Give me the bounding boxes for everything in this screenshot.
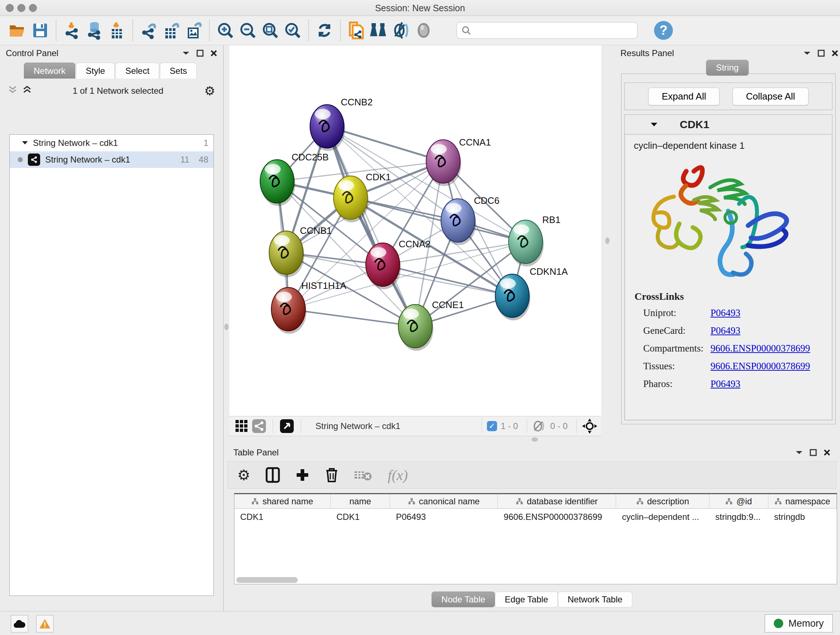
show-columns-button[interactable] (265, 467, 280, 483)
cell-namespace[interactable]: stringdb (768, 512, 837, 522)
zoom-in-button[interactable] (214, 19, 237, 42)
tab-node-table[interactable]: Node Table (431, 592, 495, 608)
results-panel-float-button[interactable] (818, 50, 825, 57)
birds-eye-view-button[interactable] (278, 417, 295, 435)
search-box[interactable] (456, 22, 638, 39)
cell--id[interactable]: stringdb:9... (709, 512, 768, 522)
expand-all-networks-button[interactable] (22, 85, 32, 97)
node-CCNA1[interactable]: CCNA1 (426, 137, 491, 186)
horizontal-splitter-handle[interactable] (531, 437, 538, 442)
control-panel-menu-button[interactable] (182, 51, 190, 56)
import-table-file-button[interactable] (106, 19, 128, 42)
warnings-button[interactable] (36, 615, 54, 632)
node-CCNB2[interactable]: CCNB2 (310, 97, 373, 151)
edge-HIST1H1A-CCNE1[interactable] (288, 309, 415, 326)
node-table[interactable]: shared namenamecanonical namedatabase id… (234, 493, 837, 584)
cell-description[interactable]: cyclin–dependent ... (616, 512, 709, 522)
crosslink-link[interactable]: P06493 (711, 378, 741, 390)
collapse-all-button[interactable]: Collapse All (733, 88, 808, 105)
node-HIST1H1A[interactable]: HIST1H1A (271, 280, 347, 334)
column-header--id[interactable]: @id (709, 494, 768, 508)
tab-style[interactable]: Style (76, 63, 115, 79)
import-network-database-button[interactable] (83, 19, 106, 42)
tab-network-table[interactable]: Network Table (558, 592, 632, 608)
cell-canonical-name[interactable]: P06493 (390, 512, 498, 522)
column-header-shared-name[interactable]: shared name (234, 494, 331, 508)
search-input[interactable] (471, 25, 627, 35)
left-splitter-handle[interactable] (224, 324, 229, 330)
export-table-button[interactable] (160, 19, 182, 42)
right-splitter-handle[interactable] (605, 238, 609, 244)
node-CCNA2[interactable]: CCNA2 (366, 239, 431, 289)
column-header-description[interactable]: description (616, 494, 709, 508)
add-column-button[interactable] (295, 468, 309, 482)
scrollbar-thumb[interactable] (236, 577, 298, 583)
crosslink-link[interactable]: 9606.ENSP00000378699 (711, 343, 810, 354)
first-neighbors-button[interactable] (368, 19, 390, 42)
export-image-button[interactable] (182, 19, 205, 42)
show-all-button[interactable] (412, 19, 435, 42)
delete-table-button[interactable] (354, 469, 373, 481)
column-header-canonical-name[interactable]: canonical name (390, 494, 498, 508)
show-grid-button[interactable] (233, 417, 250, 435)
table-panel-menu-button[interactable] (795, 450, 803, 455)
function-builder-button[interactable]: f(x) (388, 467, 408, 484)
results-panel-menu-button[interactable] (803, 51, 811, 56)
node-CCNE1[interactable]: CCNE1 (398, 299, 464, 351)
table-panel-float-button[interactable] (810, 449, 817, 456)
cell-database-identifier[interactable]: 9606.ENSP00000378699 (498, 512, 616, 522)
network-row-selected[interactable]: String Network – cdk1 11 48 (10, 151, 213, 168)
tab-string[interactable]: String (706, 60, 749, 76)
tab-network[interactable]: Network (24, 63, 75, 79)
node-RB1[interactable]: RB1 (508, 214, 561, 266)
column-header-name[interactable]: name (331, 494, 390, 508)
open-session-button[interactable] (6, 19, 29, 42)
cdk1-section-header[interactable]: CDK1 (625, 115, 832, 134)
tab-edge-table[interactable]: Edge Table (495, 592, 558, 608)
new-network-from-selection-button[interactable] (345, 19, 368, 42)
tab-select[interactable]: Select (115, 63, 159, 79)
network-graph[interactable]: CCNB2CCNA1CDC25BCDK1CDC6RB1CCNB1CCNA2CDK… (229, 45, 601, 416)
table-horizontal-scrollbar[interactable] (234, 577, 837, 584)
collapse-all-networks-button[interactable] (8, 85, 17, 97)
cloud-status-button[interactable] (11, 615, 28, 632)
table-row[interactable]: CDK1CDK1P064939606.ENSP00000378699cyclin… (234, 509, 837, 525)
export-network-button[interactable] (137, 19, 160, 42)
results-panel-close-button[interactable] (831, 50, 838, 57)
crosslink-link[interactable]: P06493 (711, 307, 741, 318)
help-button[interactable]: ? (654, 21, 673, 40)
control-panel-float-button[interactable] (196, 50, 204, 57)
apply-layout-button[interactable] (313, 19, 336, 42)
import-network-file-button[interactable] (61, 19, 83, 42)
memory-button[interactable]: Memory (765, 614, 833, 632)
center-view-crosshair-button[interactable] (582, 418, 598, 434)
network-view-mode-button[interactable] (250, 417, 268, 435)
network-view-canvas[interactable]: CCNB2CCNA1CDC25BCDK1CDC6RB1CCNB1CCNA2CDK… (229, 45, 601, 416)
crosslink-link[interactable]: 9606.ENSP00000378699 (711, 361, 810, 372)
save-session-button[interactable] (29, 19, 51, 42)
hidden-eye-slash-icon[interactable] (532, 420, 546, 432)
expand-all-button[interactable]: Expand All (648, 88, 720, 105)
node-CDC6[interactable]: CDC6 (441, 195, 500, 245)
crosslink-link[interactable]: P06493 (711, 325, 741, 336)
control-panel-close-button[interactable] (210, 50, 218, 57)
zoom-selected-button[interactable] (281, 19, 304, 42)
node-CDC25B[interactable]: CDC25B (260, 152, 329, 206)
delete-column-button[interactable] (325, 467, 339, 483)
zoom-fit-button[interactable] (259, 19, 281, 42)
table-panel-close-button[interactable] (823, 449, 831, 456)
cell-name[interactable]: CDK1 (331, 512, 390, 522)
selected-nodes-checkbox[interactable]: ✓ (487, 421, 497, 431)
table-options-gear-button[interactable]: ⚙ (237, 467, 250, 483)
node-CDKN1A[interactable]: CDKN1A (495, 266, 568, 320)
tab-sets[interactable]: Sets (160, 63, 197, 79)
network-options-gear-button[interactable]: ⚙ (204, 84, 215, 98)
hide-selected-button[interactable] (390, 19, 412, 42)
edge-CCNB2-CCNE1[interactable] (327, 126, 415, 326)
zoom-out-button[interactable] (237, 19, 259, 42)
column-header-namespace[interactable]: namespace (768, 494, 837, 508)
cell-shared-name[interactable]: CDK1 (234, 512, 331, 522)
column-header-database-identifier[interactable]: database identifier (498, 494, 616, 508)
network-collection-row[interactable]: String Network – cdk1 1 (10, 135, 213, 151)
node-CCNB1[interactable]: CCNB1 (269, 225, 332, 277)
